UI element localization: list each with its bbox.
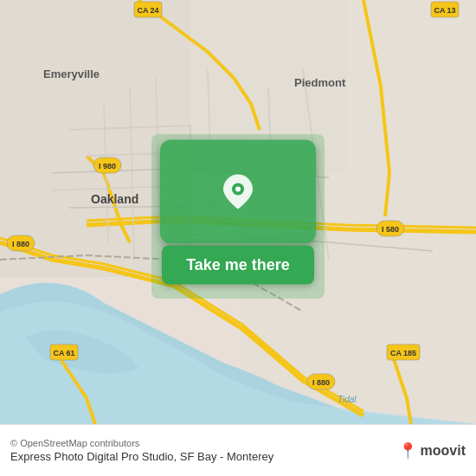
business-name: Express Photo Digital Pro Studio, SF Bay… (10, 450, 273, 463)
svg-text:I 580: I 580 (382, 225, 399, 234)
moovit-brand-text: moovit (421, 443, 466, 459)
svg-text:I 980: I 980 (99, 162, 116, 170)
svg-text:Oakland: Oakland (91, 192, 138, 206)
svg-point-26 (235, 187, 241, 192)
bottom-bar: © OpenStreetMap contributors Express Pho… (0, 424, 476, 476)
moovit-pin-icon: 📍 (398, 441, 417, 460)
moovit-logo: 📍 moovit (398, 441, 466, 460)
svg-text:I 880: I 880 (12, 240, 29, 248)
copyright-text: © OpenStreetMap contributors (10, 438, 273, 448)
button-overlay: Take me there (160, 140, 316, 285)
svg-text:Piedmont: Piedmont (294, 76, 346, 89)
svg-text:Tidal: Tidal (338, 395, 357, 404)
location-pin-icon (219, 173, 257, 211)
take-me-there-button[interactable]: Take me there (162, 246, 314, 285)
svg-text:CA 24: CA 24 (137, 6, 158, 15)
svg-text:I 880: I 880 (312, 378, 330, 387)
svg-text:CA 61: CA 61 (53, 349, 74, 357)
svg-text:CA 13: CA 13 (434, 6, 455, 15)
svg-text:CA 185: CA 185 (390, 349, 416, 357)
location-pin-area (160, 140, 316, 244)
map-container: CA 24 CA 13 I 580 I 880 I 880 I 980 CA 6… (0, 0, 476, 424)
svg-text:Emeryville: Emeryville (43, 68, 100, 80)
